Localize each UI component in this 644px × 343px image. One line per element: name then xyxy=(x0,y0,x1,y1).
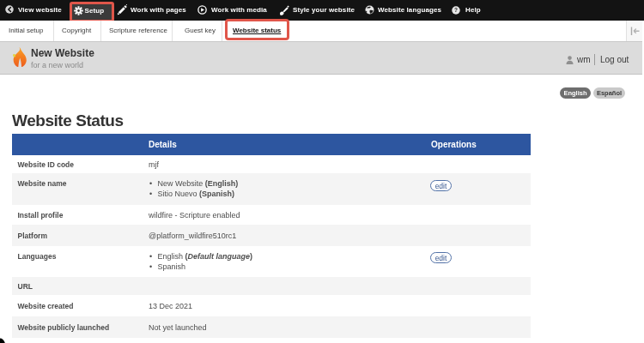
svg-text:?: ? xyxy=(454,7,458,13)
